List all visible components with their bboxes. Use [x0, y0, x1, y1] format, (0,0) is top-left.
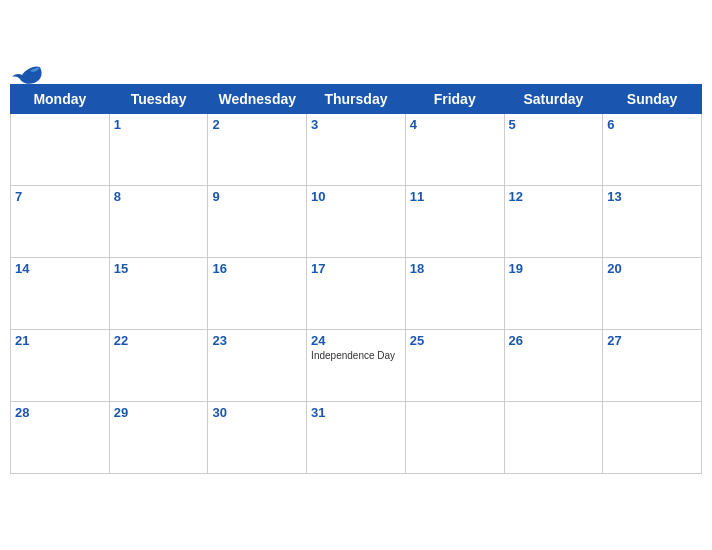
- calendar-cell: 18: [405, 258, 504, 330]
- week-row-1: 123456: [11, 114, 702, 186]
- day-number: 22: [114, 333, 204, 348]
- week-row-3: 14151617181920: [11, 258, 702, 330]
- day-header-wednesday: Wednesday: [208, 85, 307, 114]
- day-number: 10: [311, 189, 401, 204]
- calendar-cell: 4: [405, 114, 504, 186]
- calendar-cell: 21: [11, 330, 110, 402]
- calendar-cell: 28: [11, 402, 110, 474]
- day-number: 16: [212, 261, 302, 276]
- day-number: 12: [509, 189, 599, 204]
- calendar-cell: 5: [504, 114, 603, 186]
- calendar-cell: 9: [208, 186, 307, 258]
- day-number: 28: [15, 405, 105, 420]
- day-number: 25: [410, 333, 500, 348]
- calendar-cell: 30: [208, 402, 307, 474]
- calendar-cell: 25: [405, 330, 504, 402]
- calendar-cell: 27: [603, 330, 702, 402]
- day-number: 3: [311, 117, 401, 132]
- day-number: 13: [607, 189, 697, 204]
- calendar-cell: 1: [109, 114, 208, 186]
- day-number: 8: [114, 189, 204, 204]
- calendar-cell: 26: [504, 330, 603, 402]
- day-number: 14: [15, 261, 105, 276]
- day-number: 30: [212, 405, 302, 420]
- day-number: 19: [509, 261, 599, 276]
- calendar-cell: 7: [11, 186, 110, 258]
- calendar-cell: 2: [208, 114, 307, 186]
- day-number: 6: [607, 117, 697, 132]
- day-number: 5: [509, 117, 599, 132]
- calendar-cell: 16: [208, 258, 307, 330]
- calendar-cell: 15: [109, 258, 208, 330]
- calendar-cell: 10: [307, 186, 406, 258]
- calendar-cell: [504, 402, 603, 474]
- calendar-cell: 22: [109, 330, 208, 402]
- day-number: 29: [114, 405, 204, 420]
- day-header-sunday: Sunday: [603, 85, 702, 114]
- calendar-cell: [603, 402, 702, 474]
- calendar-cell: 14: [11, 258, 110, 330]
- calendar-cell: [405, 402, 504, 474]
- calendar-cell: 31: [307, 402, 406, 474]
- day-number: 24: [311, 333, 401, 348]
- day-number: 27: [607, 333, 697, 348]
- day-number: 15: [114, 261, 204, 276]
- holiday-label: Independence Day: [311, 350, 401, 361]
- calendar-cell: 20: [603, 258, 702, 330]
- day-header-saturday: Saturday: [504, 85, 603, 114]
- calendar-cell: 3: [307, 114, 406, 186]
- calendar-cell: 24Independence Day: [307, 330, 406, 402]
- calendar-cell: 11: [405, 186, 504, 258]
- week-row-5: 28293031: [11, 402, 702, 474]
- day-number: 20: [607, 261, 697, 276]
- day-number: 18: [410, 261, 500, 276]
- week-row-2: 78910111213: [11, 186, 702, 258]
- calendar-table: MondayTuesdayWednesdayThursdayFridaySatu…: [10, 84, 702, 474]
- day-number: 23: [212, 333, 302, 348]
- calendar-cell: 8: [109, 186, 208, 258]
- day-number: 2: [212, 117, 302, 132]
- calendar-cell: 13: [603, 186, 702, 258]
- day-number: 21: [15, 333, 105, 348]
- logo-area: [10, 65, 44, 87]
- day-number: 26: [509, 333, 599, 348]
- calendar-cell: 19: [504, 258, 603, 330]
- day-number: 9: [212, 189, 302, 204]
- calendar-cell: 6: [603, 114, 702, 186]
- calendar-cell: 29: [109, 402, 208, 474]
- calendar-cell: 17: [307, 258, 406, 330]
- calendar-cell: 23: [208, 330, 307, 402]
- calendar-cell: [11, 114, 110, 186]
- day-number: 4: [410, 117, 500, 132]
- calendar-wrapper: MondayTuesdayWednesdayThursdayFridaySatu…: [0, 66, 712, 484]
- day-header-monday: Monday: [11, 85, 110, 114]
- days-header-row: MondayTuesdayWednesdayThursdayFridaySatu…: [11, 85, 702, 114]
- calendar-cell: 12: [504, 186, 603, 258]
- day-header-thursday: Thursday: [307, 85, 406, 114]
- day-number: 7: [15, 189, 105, 204]
- week-row-4: 21222324Independence Day252627: [11, 330, 702, 402]
- day-number: 11: [410, 189, 500, 204]
- day-number: 1: [114, 117, 204, 132]
- day-number: 17: [311, 261, 401, 276]
- day-number: 31: [311, 405, 401, 420]
- day-header-friday: Friday: [405, 85, 504, 114]
- day-header-tuesday: Tuesday: [109, 85, 208, 114]
- logo-bird-icon: [12, 65, 44, 87]
